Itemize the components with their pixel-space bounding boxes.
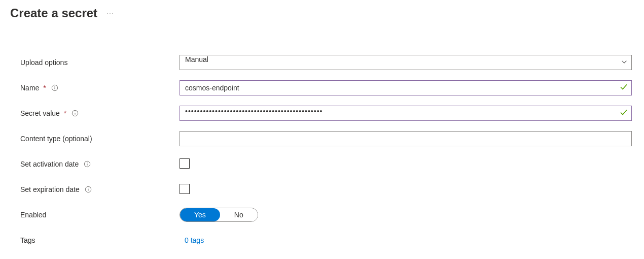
row-tags: Tags 0 tags xyxy=(20,233,634,248)
tags-label: Tags xyxy=(20,236,35,244)
name-input[interactable] xyxy=(180,80,632,95)
enabled-toggle-no[interactable]: No xyxy=(220,208,258,221)
row-secret-value: Secret value* ••••••••••••••••••••••••••… xyxy=(20,106,634,121)
secret-value-masked: ••••••••••••••••••••••••••••••••••••••••… xyxy=(185,107,323,115)
svg-point-8 xyxy=(87,163,88,163)
required-indicator: * xyxy=(43,84,46,92)
upload-options-value: Manual xyxy=(185,55,208,63)
create-secret-form: Upload options Manual Name* xyxy=(10,55,634,248)
more-actions-icon[interactable]: ··· xyxy=(106,9,114,17)
content-type-input[interactable] xyxy=(180,131,632,146)
activation-date-label: Set activation date xyxy=(20,160,79,168)
secret-value-input[interactable]: ••••••••••••••••••••••••••••••••••••••••… xyxy=(180,106,632,121)
row-name: Name* xyxy=(20,80,634,95)
row-expiration-date: Set expiration date xyxy=(20,182,634,197)
info-icon[interactable] xyxy=(85,186,92,193)
row-upload-options: Upload options Manual xyxy=(20,55,634,70)
required-indicator: * xyxy=(64,109,66,117)
svg-point-2 xyxy=(54,86,55,87)
info-icon[interactable] xyxy=(71,110,79,117)
svg-point-11 xyxy=(88,188,88,188)
activation-date-checkbox[interactable] xyxy=(180,158,190,169)
content-type-label: Content type (optional) xyxy=(20,135,92,143)
expiration-date-checkbox[interactable] xyxy=(180,184,190,194)
row-enabled: Enabled Yes No xyxy=(20,207,634,222)
row-content-type: Content type (optional) xyxy=(20,131,634,146)
expiration-date-label: Set expiration date xyxy=(20,185,80,193)
upload-options-select[interactable]: Manual xyxy=(180,55,632,70)
enabled-toggle-yes[interactable]: Yes xyxy=(180,208,220,221)
upload-options-label: Upload options xyxy=(20,58,67,67)
info-icon[interactable] xyxy=(84,160,91,168)
enabled-toggle: Yes No xyxy=(180,208,258,222)
secret-value-label: Secret value xyxy=(20,109,60,117)
page-title: Create a secret xyxy=(10,6,97,20)
name-label: Name xyxy=(20,84,39,92)
header: Create a secret ··· xyxy=(10,6,634,20)
svg-point-5 xyxy=(75,112,76,112)
row-activation-date: Set activation date xyxy=(20,156,634,172)
info-icon[interactable] xyxy=(51,84,58,91)
tags-link[interactable]: 0 tags xyxy=(180,236,204,244)
enabled-label: Enabled xyxy=(20,211,46,219)
